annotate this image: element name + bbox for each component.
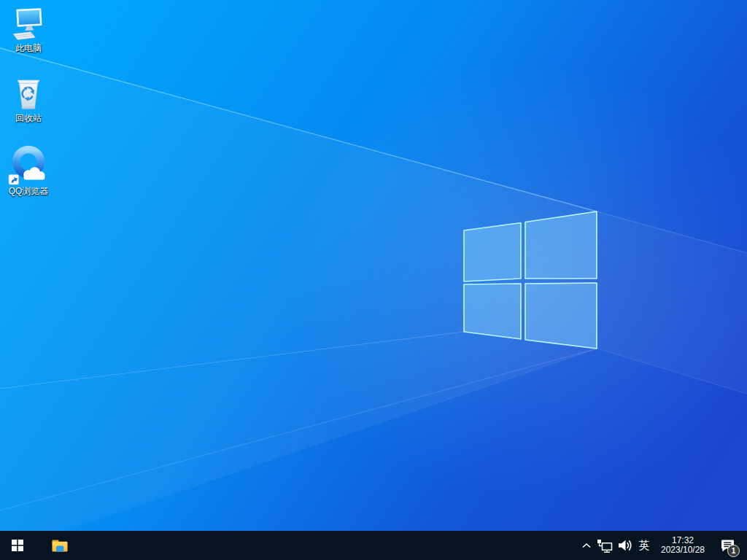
recycle-bin-icon bbox=[12, 76, 44, 112]
tray-input-language[interactable]: 英 bbox=[635, 531, 654, 560]
system-tray: 英 17:32 2023/10/28 1 bbox=[578, 531, 747, 560]
chevron-up-icon bbox=[581, 542, 592, 549]
desktop-icon-label: QQ浏览器 bbox=[9, 186, 49, 196]
desktop-icon-qq-browser[interactable]: QQ浏览器 bbox=[0, 144, 57, 196]
tray-show-hidden-icons[interactable] bbox=[578, 531, 595, 560]
desktop-icon-this-pc[interactable]: 此电脑 bbox=[0, 7, 57, 53]
start-button[interactable] bbox=[0, 531, 35, 560]
speaker-icon bbox=[617, 537, 633, 553]
tray-clock[interactable]: 17:32 2023/10/28 bbox=[654, 531, 712, 560]
action-center-button[interactable]: 1 bbox=[712, 531, 743, 560]
shortcut-arrow-icon bbox=[9, 175, 19, 185]
tray-network[interactable] bbox=[595, 531, 615, 560]
taskbar: 英 17:32 2023/10/28 1 bbox=[0, 531, 747, 560]
qq-browser-icon bbox=[8, 144, 49, 185]
clock-date: 2023/10/28 bbox=[661, 545, 705, 555]
network-ethernet-icon bbox=[597, 537, 614, 553]
desktop-icon-label: 此电脑 bbox=[15, 43, 42, 53]
computer-monitor-icon bbox=[11, 7, 46, 42]
notification-count-badge: 1 bbox=[727, 545, 740, 557]
file-explorer-button[interactable] bbox=[42, 531, 77, 560]
windows-logo-icon bbox=[12, 540, 23, 551]
wallpaper bbox=[0, 0, 747, 560]
folder-icon bbox=[51, 538, 69, 553]
desktop-icon-label: 回收站 bbox=[15, 113, 42, 123]
input-language-label: 英 bbox=[639, 539, 650, 553]
desktop[interactable]: 此电脑 回收站 bbox=[0, 0, 747, 560]
desktop-icon-recycle-bin[interactable]: 回收站 bbox=[0, 76, 57, 123]
tray-volume[interactable] bbox=[615, 531, 635, 560]
